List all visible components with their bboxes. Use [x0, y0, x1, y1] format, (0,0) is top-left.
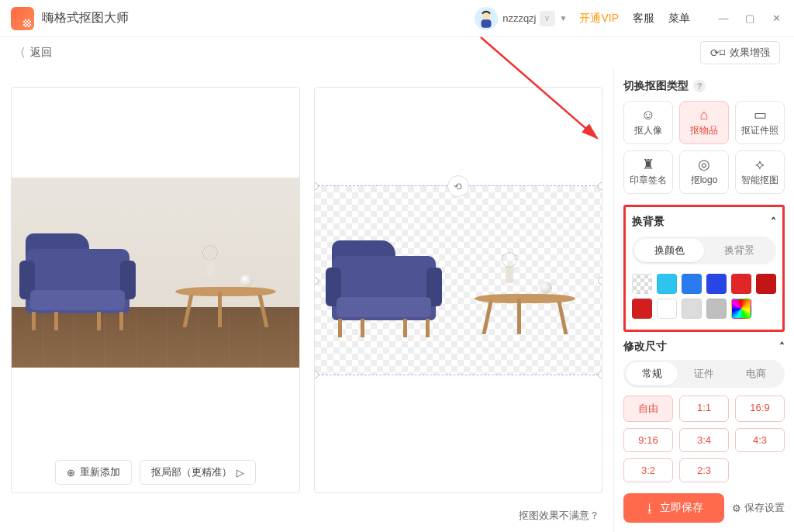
- swatch-custom-color[interactable]: [731, 299, 751, 319]
- bg-tabs: 换颜色 换背景: [632, 237, 776, 264]
- type-object[interactable]: ⌂抠物品: [679, 101, 729, 144]
- ratio-free[interactable]: 自由: [623, 396, 673, 422]
- side-panel: 切换抠图类型 ? ☺抠人像 ⌂抠物品 ▭抠证件照 ♜印章签名 ◎抠logo ⟡智…: [613, 68, 794, 532]
- type-stamp[interactable]: ♜印章签名: [623, 150, 673, 194]
- app-title: 嗨格式抠图大师: [42, 10, 129, 26]
- save-settings-button[interactable]: ⚙ 保存设置: [732, 501, 785, 515]
- bg-section-title: 换背景: [632, 215, 665, 229]
- scan-icon: ⟳⌑: [710, 47, 725, 59]
- type-logo[interactable]: ◎抠logo: [679, 150, 729, 194]
- bg-tab-image[interactable]: 换背景: [704, 239, 774, 262]
- swatch-color[interactable]: [657, 299, 677, 319]
- svg-rect-1: [482, 19, 492, 27]
- size-section-title: 修改尺寸: [623, 340, 667, 354]
- close-icon[interactable]: ✕: [769, 12, 783, 26]
- swatch-color[interactable]: [632, 299, 652, 319]
- ai-icon: ⟡: [755, 157, 765, 171]
- crop-handle[interactable]: [314, 371, 319, 378]
- crop-handle[interactable]: [598, 182, 602, 190]
- chevron-down-icon[interactable]: ▼: [560, 14, 568, 22]
- person-icon: ☺: [641, 108, 655, 122]
- ratio-1-1[interactable]: 1:1: [679, 396, 729, 422]
- type-section-title: 切换抠图类型: [623, 79, 689, 93]
- plus-circle-icon: ⊕: [67, 467, 75, 478]
- collapse-icon[interactable]: ˄: [771, 216, 776, 228]
- bag-icon: ⌂: [700, 108, 709, 122]
- ratio-3-4[interactable]: 3:4: [679, 428, 729, 452]
- ratio-grid: 自由 1:1 16:9 9:16 3:4 4:3 3:2 2:3: [623, 396, 785, 482]
- ratio-4-3[interactable]: 4:3: [735, 428, 785, 452]
- bg-tab-color[interactable]: 换颜色: [634, 239, 704, 262]
- swatch-color[interactable]: [682, 299, 702, 319]
- help-icon[interactable]: ?: [693, 80, 706, 92]
- save-settings-label: 保存设置: [744, 501, 785, 515]
- menu-link[interactable]: 菜单: [668, 12, 690, 26]
- user-badge-icon: v: [540, 11, 555, 26]
- title-bar: 嗨格式抠图大师 nzzzqzj v ▼ 开通VIP 客服 菜单 — ▢ ✕: [0, 0, 794, 37]
- result-board: ⟲: [314, 87, 603, 493]
- original-actions: ⊕ 重新添加 抠局部（更精准） ▷: [12, 452, 299, 492]
- ratio-9-16[interactable]: 9:16: [623, 428, 673, 452]
- size-tab-ecommerce[interactable]: 电商: [730, 362, 782, 385]
- open-vip-link[interactable]: 开通VIP: [579, 12, 619, 26]
- enhance-label: 效果增强: [730, 46, 770, 60]
- enhance-button[interactable]: ⟳⌑ 效果增强: [700, 41, 780, 64]
- partial-label: 抠局部（更精准）: [151, 465, 232, 479]
- crop-handle[interactable]: [598, 371, 602, 378]
- crop-handle[interactable]: [598, 277, 602, 285]
- original-image: [12, 178, 299, 368]
- color-swatches: [632, 274, 776, 319]
- back-button[interactable]: 〈 返回: [14, 46, 52, 60]
- app-logo-icon: [11, 7, 34, 30]
- swatch-color[interactable]: [682, 274, 702, 294]
- swatch-color[interactable]: [657, 274, 677, 294]
- avatar-icon[interactable]: [475, 7, 498, 30]
- stamp-icon: ♜: [642, 157, 654, 171]
- partial-cutout-button[interactable]: 抠局部（更精准） ▷: [140, 460, 256, 485]
- type-idphoto[interactable]: ▭抠证件照: [735, 101, 785, 144]
- maximize-icon[interactable]: ▢: [743, 12, 757, 26]
- feedback-link[interactable]: 抠图效果不满意？: [519, 509, 599, 523]
- swatch-color[interactable]: [756, 274, 776, 294]
- size-tabs: 常规 证件 电商: [623, 360, 785, 388]
- chevron-left-icon: 〈: [14, 46, 26, 60]
- save-label: 立即保存: [660, 501, 703, 515]
- readd-label: 重新添加: [80, 465, 120, 479]
- save-button[interactable]: ⭳ 立即保存: [623, 493, 724, 523]
- toolbar: 〈 返回 ⟳⌑ 效果增强: [0, 37, 794, 68]
- original-board: ⊕ 重新添加 抠局部（更精准） ▷: [11, 87, 300, 493]
- swatch-transparent[interactable]: [632, 274, 652, 294]
- crop-frame[interactable]: ⟲: [314, 185, 603, 375]
- support-link[interactable]: 客服: [633, 12, 654, 26]
- download-icon: ⭳: [644, 502, 655, 514]
- swatch-color[interactable]: [706, 299, 727, 319]
- swatch-color[interactable]: [731, 274, 751, 294]
- type-smart[interactable]: ⟡智能抠图: [735, 150, 785, 194]
- workspace: ⊕ 重新添加 抠局部（更精准） ▷ ⟲: [0, 68, 613, 532]
- crop-handle[interactable]: [314, 277, 319, 285]
- username[interactable]: nzzzqzj: [502, 12, 536, 24]
- play-circle-icon: ▷: [236, 467, 244, 478]
- badge-icon: ◎: [698, 157, 710, 171]
- size-tab-general[interactable]: 常规: [626, 362, 678, 385]
- ratio-2-3[interactable]: 2:3: [679, 458, 729, 482]
- ratio-16-9[interactable]: 16:9: [735, 396, 785, 422]
- idcard-icon: ▭: [754, 108, 767, 122]
- gear-icon: ⚙: [732, 503, 741, 514]
- background-section-highlight: 换背景 ˄ 换颜色 换背景: [623, 205, 785, 332]
- type-person[interactable]: ☺抠人像: [623, 101, 673, 144]
- ratio-3-2[interactable]: 3:2: [623, 458, 673, 482]
- collapse-icon[interactable]: ˄: [779, 340, 785, 353]
- readd-button[interactable]: ⊕ 重新添加: [55, 460, 132, 485]
- back-label: 返回: [30, 46, 52, 60]
- swatch-color[interactable]: [706, 274, 727, 294]
- type-grid: ☺抠人像 ⌂抠物品 ▭抠证件照 ♜印章签名 ◎抠logo ⟡智能抠图: [623, 101, 785, 194]
- minimize-icon[interactable]: —: [716, 12, 730, 26]
- size-tab-id[interactable]: 证件: [678, 362, 730, 385]
